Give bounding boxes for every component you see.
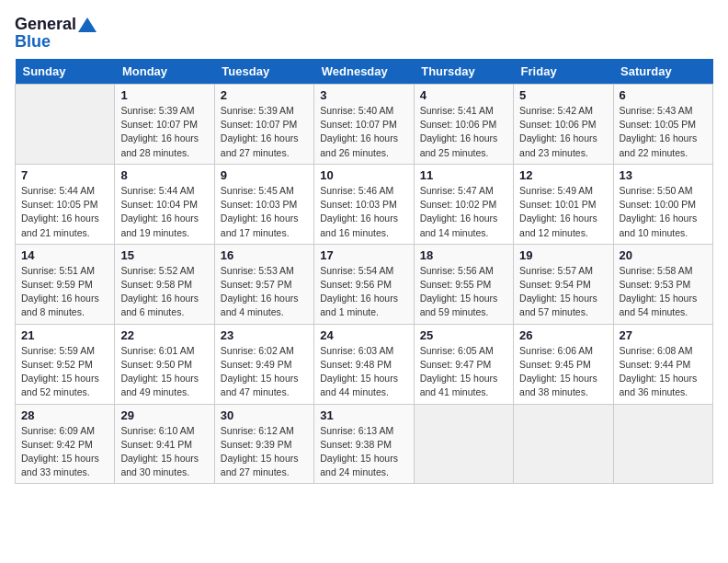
calendar-cell: 16Sunrise: 5:53 AMSunset: 9:57 PMDayligh… xyxy=(214,244,313,324)
weekday-header-monday: Monday xyxy=(115,59,214,85)
calendar-cell: 31Sunrise: 6:13 AMSunset: 9:38 PMDayligh… xyxy=(314,404,414,484)
calendar-cell: 3Sunrise: 5:40 AMSunset: 10:07 PMDayligh… xyxy=(314,85,414,165)
calendar-table: SundayMondayTuesdayWednesdayThursdayFrid… xyxy=(15,59,713,484)
day-number: 22 xyxy=(120,328,208,342)
day-number: 23 xyxy=(221,328,308,342)
weekday-header-friday: Friday xyxy=(514,59,613,85)
logo-icon xyxy=(78,17,97,32)
calendar-cell xyxy=(414,404,513,484)
weekday-header-saturday: Saturday xyxy=(613,59,712,85)
calendar-cell: 30Sunrise: 6:12 AMSunset: 9:39 PMDayligh… xyxy=(214,404,313,484)
day-info: Sunrise: 6:13 AMSunset: 9:38 PMDaylight:… xyxy=(320,424,407,480)
calendar-cell: 6Sunrise: 5:43 AMSunset: 10:05 PMDayligh… xyxy=(613,85,712,165)
day-info: Sunrise: 5:49 AMSunset: 10:01 PMDaylight… xyxy=(519,184,607,240)
day-number: 17 xyxy=(320,248,407,262)
calendar-cell: 26Sunrise: 6:06 AMSunset: 9:45 PMDayligh… xyxy=(514,324,613,404)
day-number: 12 xyxy=(519,168,607,182)
calendar-cell: 4Sunrise: 5:41 AMSunset: 10:06 PMDayligh… xyxy=(414,85,513,165)
day-info: Sunrise: 5:40 AMSunset: 10:07 PMDaylight… xyxy=(320,104,407,160)
calendar-cell: 27Sunrise: 6:08 AMSunset: 9:44 PMDayligh… xyxy=(613,324,712,404)
day-number: 2 xyxy=(221,88,308,102)
day-number: 9 xyxy=(221,168,308,182)
calendar-week-row: 14Sunrise: 5:51 AMSunset: 9:59 PMDayligh… xyxy=(16,244,713,324)
logo: General Blue xyxy=(15,15,97,52)
day-number: 28 xyxy=(21,408,108,422)
calendar-cell: 1Sunrise: 5:39 AMSunset: 10:07 PMDayligh… xyxy=(115,85,214,165)
calendar-cell: 15Sunrise: 5:52 AMSunset: 9:58 PMDayligh… xyxy=(115,244,214,324)
day-info: Sunrise: 5:53 AMSunset: 9:57 PMDaylight:… xyxy=(221,264,308,320)
calendar-week-row: 1Sunrise: 5:39 AMSunset: 10:07 PMDayligh… xyxy=(16,85,713,165)
calendar-cell: 13Sunrise: 5:50 AMSunset: 10:00 PMDaylig… xyxy=(613,164,712,244)
day-number: 7 xyxy=(21,168,108,182)
calendar-cell xyxy=(613,404,712,484)
day-number: 18 xyxy=(420,248,507,262)
day-number: 27 xyxy=(620,328,707,342)
calendar-cell: 19Sunrise: 5:57 AMSunset: 9:54 PMDayligh… xyxy=(514,244,613,324)
day-info: Sunrise: 6:10 AMSunset: 9:41 PMDaylight:… xyxy=(120,424,208,480)
svg-marker-0 xyxy=(78,17,97,32)
day-info: Sunrise: 5:59 AMSunset: 9:52 PMDaylight:… xyxy=(21,344,108,400)
calendar-cell: 28Sunrise: 6:09 AMSunset: 9:42 PMDayligh… xyxy=(16,404,115,484)
day-info: Sunrise: 6:12 AMSunset: 9:39 PMDaylight:… xyxy=(221,424,308,480)
day-info: Sunrise: 5:50 AMSunset: 10:00 PMDaylight… xyxy=(620,184,707,240)
day-number: 15 xyxy=(120,248,208,262)
day-number: 10 xyxy=(320,168,407,182)
calendar-cell xyxy=(16,85,115,165)
calendar-cell: 22Sunrise: 6:01 AMSunset: 9:50 PMDayligh… xyxy=(115,324,214,404)
day-info: Sunrise: 5:51 AMSunset: 9:59 PMDaylight:… xyxy=(21,264,108,320)
day-info: Sunrise: 6:09 AMSunset: 9:42 PMDaylight:… xyxy=(21,424,108,480)
logo-blue: Blue xyxy=(15,32,51,52)
day-number: 21 xyxy=(21,328,108,342)
day-number: 5 xyxy=(519,88,607,102)
day-info: Sunrise: 6:06 AMSunset: 9:45 PMDaylight:… xyxy=(519,344,607,400)
day-info: Sunrise: 5:52 AMSunset: 9:58 PMDaylight:… xyxy=(120,264,208,320)
day-info: Sunrise: 5:39 AMSunset: 10:07 PMDaylight… xyxy=(120,104,208,160)
calendar-cell: 14Sunrise: 5:51 AMSunset: 9:59 PMDayligh… xyxy=(16,244,115,324)
calendar-cell: 2Sunrise: 5:39 AMSunset: 10:07 PMDayligh… xyxy=(214,85,313,165)
day-info: Sunrise: 5:56 AMSunset: 9:55 PMDaylight:… xyxy=(420,264,507,320)
calendar-cell: 10Sunrise: 5:46 AMSunset: 10:03 PMDaylig… xyxy=(314,164,414,244)
day-number: 30 xyxy=(221,408,308,422)
day-info: Sunrise: 5:54 AMSunset: 9:56 PMDaylight:… xyxy=(320,264,407,320)
day-number: 29 xyxy=(120,408,208,422)
calendar-cell: 9Sunrise: 5:45 AMSunset: 10:03 PMDayligh… xyxy=(214,164,313,244)
day-number: 6 xyxy=(620,88,707,102)
calendar-cell: 12Sunrise: 5:49 AMSunset: 10:01 PMDaylig… xyxy=(514,164,613,244)
day-number: 31 xyxy=(320,408,407,422)
calendar-cell: 11Sunrise: 5:47 AMSunset: 10:02 PMDaylig… xyxy=(414,164,513,244)
day-number: 20 xyxy=(620,248,707,262)
weekday-header-sunday: Sunday xyxy=(16,59,115,85)
day-info: Sunrise: 5:43 AMSunset: 10:05 PMDaylight… xyxy=(620,104,707,160)
weekday-header-thursday: Thursday xyxy=(414,59,513,85)
calendar-cell xyxy=(514,404,613,484)
day-number: 1 xyxy=(120,88,208,102)
calendar-cell: 24Sunrise: 6:03 AMSunset: 9:48 PMDayligh… xyxy=(314,324,414,404)
day-info: Sunrise: 5:41 AMSunset: 10:06 PMDaylight… xyxy=(420,104,507,160)
logo-general: General xyxy=(15,15,76,34)
day-info: Sunrise: 6:02 AMSunset: 9:49 PMDaylight:… xyxy=(221,344,308,400)
day-number: 25 xyxy=(420,328,507,342)
calendar-week-row: 21Sunrise: 5:59 AMSunset: 9:52 PMDayligh… xyxy=(16,324,713,404)
header: General Blue xyxy=(15,15,713,52)
day-info: Sunrise: 6:08 AMSunset: 9:44 PMDaylight:… xyxy=(620,344,707,400)
calendar-cell: 8Sunrise: 5:44 AMSunset: 10:04 PMDayligh… xyxy=(115,164,214,244)
weekday-header-wednesday: Wednesday xyxy=(314,59,414,85)
day-info: Sunrise: 5:44 AMSunset: 10:04 PMDaylight… xyxy=(120,184,208,240)
day-info: Sunrise: 5:42 AMSunset: 10:06 PMDaylight… xyxy=(519,104,607,160)
calendar-cell: 25Sunrise: 6:05 AMSunset: 9:47 PMDayligh… xyxy=(414,324,513,404)
day-info: Sunrise: 5:44 AMSunset: 10:05 PMDaylight… xyxy=(21,184,108,240)
calendar-header-row: SundayMondayTuesdayWednesdayThursdayFrid… xyxy=(16,59,713,85)
day-number: 3 xyxy=(320,88,407,102)
day-info: Sunrise: 5:45 AMSunset: 10:03 PMDaylight… xyxy=(221,184,308,240)
day-number: 13 xyxy=(620,168,707,182)
calendar-cell: 17Sunrise: 5:54 AMSunset: 9:56 PMDayligh… xyxy=(314,244,414,324)
calendar-cell: 5Sunrise: 5:42 AMSunset: 10:06 PMDayligh… xyxy=(514,85,613,165)
calendar-cell: 7Sunrise: 5:44 AMSunset: 10:05 PMDayligh… xyxy=(16,164,115,244)
calendar-week-row: 28Sunrise: 6:09 AMSunset: 9:42 PMDayligh… xyxy=(16,404,713,484)
weekday-header-tuesday: Tuesday xyxy=(214,59,313,85)
day-number: 4 xyxy=(420,88,507,102)
calendar-cell: 20Sunrise: 5:58 AMSunset: 9:53 PMDayligh… xyxy=(613,244,712,324)
day-number: 16 xyxy=(221,248,308,262)
day-number: 11 xyxy=(420,168,507,182)
day-number: 19 xyxy=(519,248,607,262)
